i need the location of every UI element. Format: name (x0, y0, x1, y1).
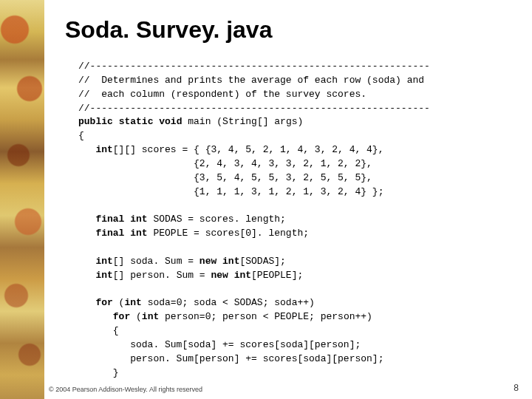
keyword: int (234, 270, 251, 281)
keyword: void (159, 116, 182, 127)
keyword: public (78, 116, 113, 127)
keyword: new (200, 256, 216, 267)
slide-title: Soda. Survey. java (65, 16, 517, 44)
code-text: [] soda. Sum = (113, 256, 200, 267)
page-number: 8 (514, 383, 519, 393)
keyword: int (95, 256, 112, 267)
keyword: int (130, 214, 147, 225)
code-line: {3, 5, 4, 5, 5, 3, 2, 5, 5, 5}, (78, 172, 372, 183)
code-line: {1, 1, 1, 3, 1, 2, 1, 3, 2, 4} }; (78, 186, 383, 197)
keyword: int (95, 270, 112, 281)
keyword: static (119, 116, 154, 127)
code-line: { (78, 130, 84, 141)
code-line: {2, 4, 3, 4, 3, 3, 2, 1, 2, 2}, (78, 158, 372, 169)
keyword: int (130, 228, 147, 239)
code-block: //--------------------------------------… (65, 60, 517, 380)
code-line: person. Sum[person] += scores[soda][pers… (95, 353, 383, 364)
code-text: main (String[] args) (182, 116, 303, 127)
keyword: int (124, 297, 141, 308)
keyword: final (95, 214, 124, 225)
keyword: for (95, 297, 112, 308)
keyword: int (95, 144, 112, 155)
code-line: //--------------------------------------… (78, 103, 430, 114)
code-line: soda. Sum[soda] += scores[soda][person]; (95, 339, 361, 350)
code-text: person=0; person < PEOPLE; person++) (159, 311, 372, 322)
keyword: for (113, 311, 130, 322)
code-line: { (113, 325, 119, 336)
copyright-footer: © 2004 Pearson Addison-Wesley. All right… (49, 386, 202, 393)
code-text: ( (130, 311, 142, 322)
code-text: ( (113, 297, 125, 308)
keyword: int (142, 311, 159, 322)
code-text: SODAS = scores. length; (148, 214, 286, 225)
code-line: //--------------------------------------… (78, 61, 430, 72)
keyword: new (211, 270, 228, 281)
code-text: soda=0; soda < SODAS; soda++) (142, 297, 315, 308)
code-text: PEOPLE = scores[0]. length; (148, 228, 309, 239)
code-text: [SODAS]; (239, 256, 285, 267)
code-line: } (95, 367, 118, 378)
code-text: [][] scores = { {3, 4, 5, 2, 1, 4, 3, 2,… (113, 144, 384, 155)
code-text: [PEOPLE]; (251, 270, 303, 281)
slide-content: Soda. Survey. java //-------------------… (44, 0, 532, 399)
keyword: int (222, 256, 239, 267)
code-line: // Determines and prints the average of … (78, 75, 424, 86)
decorative-leaf-strip (0, 0, 44, 399)
code-line: // each column (respondent) of the surve… (78, 89, 366, 100)
code-text: [] person. Sum = (113, 270, 211, 281)
keyword: final (95, 228, 124, 239)
